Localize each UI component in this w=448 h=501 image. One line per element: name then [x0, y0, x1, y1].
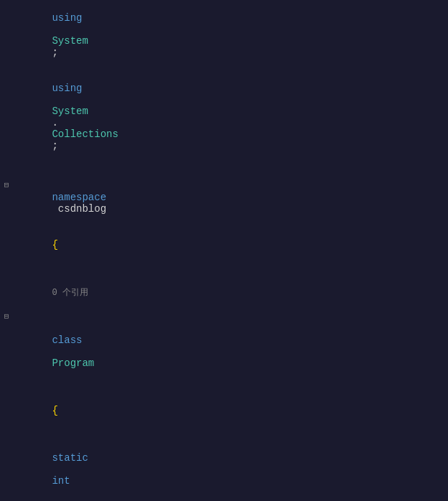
code-line-2: using System . Collections ; — [0, 70, 448, 164]
class-program: Program — [52, 357, 94, 369]
line-content-5: { — [13, 228, 448, 262]
keyword-using2: using — [52, 83, 82, 94]
line-content-8: { — [13, 382, 448, 428]
code-line-3 — [0, 164, 448, 179]
line-content-9: static int _age ; — [13, 429, 448, 501]
line-content-2: using System . Collections ; — [13, 71, 448, 163]
keyword-namespace: namespace — [52, 192, 106, 203]
code-line-4: ⊟ namespace csdnblog — [0, 179, 448, 227]
line-content-1: using System ; — [13, 1, 448, 70]
code-line-1: using System ; — [0, 0, 448, 70]
gutter-4: ⊟ — [0, 180, 13, 189]
code-line-6: 0 个引用 — [0, 263, 448, 311]
line-content-7: class Program — [13, 312, 448, 380]
line-content-4: namespace csdnblog — [13, 180, 448, 226]
code-line-5: { — [0, 227, 448, 263]
code-line-8: { — [0, 381, 448, 429]
type-collections: Collections — [52, 128, 118, 140]
keyword-using: using — [52, 12, 82, 24]
code-line-7: ⊟ class Program — [0, 311, 448, 381]
keyword-static: static — [52, 452, 88, 464]
code-line-9: static int _age ; — [0, 429, 448, 501]
var-age: _age — [52, 498, 76, 501]
type-system2: System — [52, 106, 88, 117]
gutter-7: ⊟ — [0, 312, 13, 321]
line-content-6: 0 个引用 — [13, 263, 448, 310]
type-system: System — [52, 35, 88, 47]
ref-hint-1: 0 个引用 — [52, 288, 88, 298]
keyword-class: class — [52, 334, 82, 346]
collapse-namespace[interactable]: ⊟ — [4, 180, 9, 189]
line-content-3 — [13, 164, 448, 176]
collapse-class[interactable]: ⊟ — [4, 312, 9, 321]
code-editor: using System ; using System . Collection… — [0, 0, 448, 501]
keyword-int1: int — [52, 475, 70, 487]
